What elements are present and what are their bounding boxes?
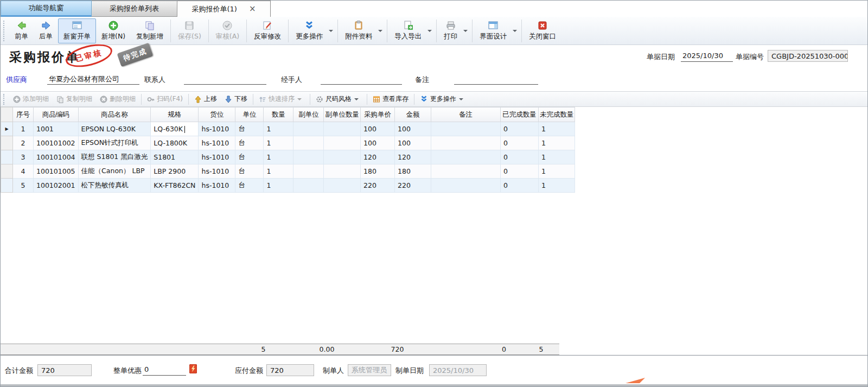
next-doc-button[interactable]: 后单	[34, 18, 58, 43]
table-cell[interactable]	[431, 179, 500, 193]
table-cell[interactable]	[293, 136, 324, 150]
table-cell[interactable]: 0	[500, 164, 538, 179]
table-cell[interactable]: 台	[235, 164, 264, 179]
dropdown-caret-icon[interactable]	[459, 98, 463, 100]
column-header[interactable]: 序号	[13, 107, 34, 122]
supplier-field[interactable]: 华夏办公器材有限公司	[47, 73, 139, 85]
new-window-order-button[interactable]: 新窗开单	[58, 18, 96, 43]
table-cell[interactable]: 2	[13, 136, 34, 150]
column-header[interactable]: 商品名称	[78, 107, 151, 122]
remark-field[interactable]	[454, 73, 538, 85]
table-cell[interactable]: 1001	[34, 122, 79, 136]
table-cell[interactable]: hs-1010	[199, 136, 235, 150]
table-cell[interactable]: 180	[360, 164, 394, 179]
table-cell[interactable]	[293, 179, 324, 193]
table-cell[interactable]: LQ-1800K	[151, 136, 199, 150]
dropdown-caret-icon[interactable]	[463, 30, 468, 32]
row-selector[interactable]	[1, 164, 13, 179]
dropdown-caret-icon[interactable]	[427, 30, 432, 32]
column-header[interactable]: 副单位	[293, 107, 324, 122]
table-cell[interactable]: KX-FT862CN	[151, 179, 199, 193]
table-cell[interactable]: 佳能（Canon） LBP	[78, 164, 151, 179]
table-cell[interactable]: 4	[13, 164, 34, 179]
column-header[interactable]: 规格	[151, 107, 199, 122]
table-cell[interactable]: 1	[264, 179, 293, 193]
table-cell[interactable]: 3	[13, 150, 34, 164]
table-cell[interactable]	[431, 136, 500, 150]
table-cell[interactable]: 联想 S1801 黑白激光	[78, 150, 151, 164]
add-new-button[interactable]: 新增(N)	[96, 18, 131, 43]
row-selector[interactable]	[1, 150, 13, 164]
table-cell[interactable]: 220	[394, 179, 431, 193]
table-cell[interactable]	[293, 122, 324, 136]
table-cell[interactable]: 台	[235, 150, 264, 164]
column-header[interactable]: 采购单价	[360, 107, 394, 122]
table-cell[interactable]: 1	[538, 164, 575, 179]
close-tab-icon[interactable]: ×	[249, 5, 256, 13]
unaudit-modify-button[interactable]: 反审修改	[248, 18, 286, 43]
dropdown-caret-icon[interactable]	[513, 30, 517, 32]
copy-detail-button[interactable]: 复制明细	[53, 93, 96, 106]
prev-doc-button[interactable]: 前单	[9, 18, 34, 43]
toolbar-gripper[interactable]	[3, 94, 7, 105]
column-header[interactable]: 单位	[235, 107, 264, 122]
dropdown-caret-icon[interactable]	[378, 30, 382, 32]
print-button[interactable]: 打印	[438, 18, 463, 43]
row-selector[interactable]	[1, 136, 13, 150]
table-cell[interactable]: 1	[264, 150, 293, 164]
import-export-button[interactable]: 导入导出	[389, 18, 427, 43]
tab-quotation-list[interactable]: 采购报价单列表	[92, 1, 177, 17]
handler-field[interactable]	[321, 73, 402, 85]
table-cell[interactable]: 100	[394, 136, 431, 150]
table-cell[interactable]: hs-1010	[199, 164, 235, 179]
doc-date-field[interactable]: 2025/10/30	[681, 50, 733, 62]
table-cell[interactable]	[324, 150, 361, 164]
table-cell[interactable]: 0	[500, 136, 538, 150]
column-header[interactable]: 商品编码	[34, 107, 79, 122]
move-up-button[interactable]: 上移	[190, 93, 221, 106]
table-cell[interactable]: 1	[538, 150, 575, 164]
quick-sort-button[interactable]: 快速排序	[255, 93, 308, 106]
table-cell[interactable]: LBP 2900	[151, 164, 199, 179]
table-cell[interactable]: 100102001	[34, 179, 79, 193]
table-cell[interactable]: 180	[394, 164, 431, 179]
dropdown-caret-icon[interactable]	[329, 30, 333, 32]
table-cell[interactable]: EPSON LQ-630K	[78, 122, 151, 136]
delete-detail-button[interactable]: 删除明细	[96, 93, 139, 106]
row-selector[interactable]	[1, 179, 13, 193]
table-cell[interactable]: 100101002	[34, 136, 79, 150]
size-style-button[interactable]: 尺码风格	[312, 93, 365, 106]
table-cell[interactable]	[324, 122, 361, 136]
table-cell[interactable]: LQ-630K	[151, 122, 199, 136]
table-cell[interactable]: EPSON针式打印机	[78, 136, 151, 150]
table-cell[interactable]: 台	[235, 179, 264, 193]
row-selector-header[interactable]	[1, 107, 13, 122]
table-cell[interactable]: 0	[500, 150, 538, 164]
table-cell[interactable]: hs-1010	[199, 122, 235, 136]
table-cell[interactable]: 5	[13, 179, 34, 193]
table-cell[interactable]: 100	[360, 122, 394, 136]
table-cell[interactable]: 120	[394, 150, 431, 164]
column-header[interactable]: 已完成数量	[500, 107, 538, 122]
table-cell[interactable]: 120	[360, 150, 394, 164]
contact-field[interactable]	[184, 73, 266, 85]
table-cell[interactable]: 松下热敏传真机	[78, 179, 151, 193]
view-stock-button[interactable]: 查看库存	[369, 93, 412, 106]
row-selector[interactable]: ▶	[1, 122, 13, 136]
table-cell[interactable]	[324, 179, 361, 193]
table-cell[interactable]	[324, 164, 361, 179]
table-cell[interactable]: 台	[235, 122, 264, 136]
table-cell[interactable]: 100	[394, 122, 431, 136]
table-cell[interactable]	[293, 150, 324, 164]
table-cell[interactable]: hs-1010	[199, 179, 235, 193]
copy-add-button[interactable]: 复制新增	[131, 18, 169, 43]
column-header[interactable]: 未完成数量	[538, 107, 575, 122]
toolbar-gripper[interactable]	[3, 21, 7, 41]
table-cell[interactable]: 100101004	[34, 150, 79, 164]
dropdown-caret-icon[interactable]	[354, 98, 359, 100]
table-cell[interactable]: 0	[500, 179, 538, 193]
table-cell[interactable]: 100	[360, 136, 394, 150]
table-cell[interactable]: 台	[235, 136, 264, 150]
table-cell[interactable]: 0	[500, 122, 538, 136]
detail-more-actions-button[interactable]: 更多操作	[416, 93, 470, 106]
